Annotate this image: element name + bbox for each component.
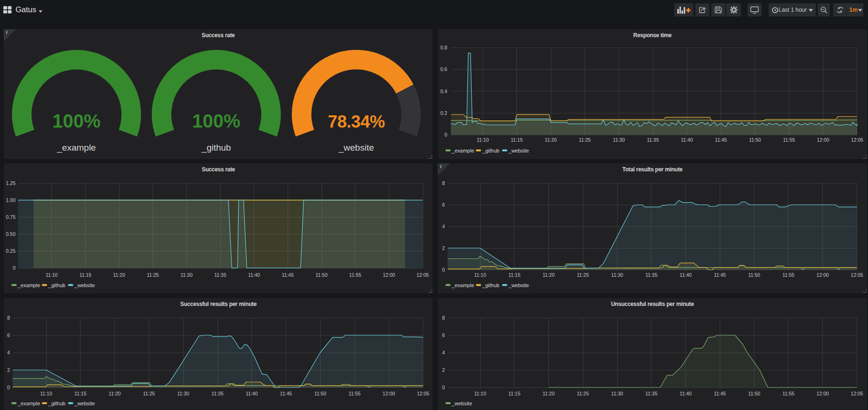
svg-text:0: 0 [442, 385, 445, 390]
svg-text:11:55: 11:55 [783, 137, 795, 143]
svg-text:11:45: 11:45 [714, 272, 726, 278]
svg-text:11:45: 11:45 [280, 391, 292, 396]
svg-text:11:50: 11:50 [315, 272, 328, 278]
svg-text:11:25: 11:25 [147, 272, 159, 278]
svg-text:11:35: 11:35 [645, 272, 658, 278]
svg-text:_github: _github [48, 282, 65, 288]
svg-text:100%: 100% [52, 111, 100, 131]
svg-text:11:10: 11:10 [46, 272, 58, 278]
svg-text:Total results per minute: Total results per minute [622, 166, 683, 173]
svg-text:_example: _example [17, 401, 40, 406]
svg-text:8: 8 [442, 180, 445, 186]
svg-text:11:15: 11:15 [508, 272, 521, 278]
svg-text:0.25: 0.25 [6, 248, 16, 254]
svg-text:1.00: 1.00 [6, 197, 16, 203]
svg-text:0.6: 0.6 [440, 66, 447, 72]
svg-text:11:25: 11:25 [577, 272, 589, 278]
svg-text:11:20: 11:20 [113, 272, 125, 278]
svg-text:0.4: 0.4 [440, 88, 447, 94]
svg-text:12:00: 12:00 [383, 391, 395, 396]
svg-text:11:50: 11:50 [314, 391, 327, 396]
svg-text:Success rate: Success rate [202, 166, 235, 173]
svg-text:0.2: 0.2 [440, 110, 447, 116]
svg-text:12:00: 12:00 [817, 391, 829, 396]
svg-text:11:10: 11:10 [40, 391, 52, 396]
svg-text:0.50: 0.50 [6, 231, 16, 237]
svg-text:11:40: 11:40 [680, 272, 692, 278]
svg-text:_website: _website [508, 282, 529, 288]
svg-text:11:40: 11:40 [246, 391, 258, 396]
svg-text:11:10: 11:10 [477, 137, 489, 143]
svg-text:11:35: 11:35 [645, 391, 658, 396]
svg-text:11:30: 11:30 [611, 391, 623, 396]
svg-text:11:40: 11:40 [248, 272, 260, 278]
svg-text:11:15: 11:15 [80, 272, 92, 278]
svg-text:11:55: 11:55 [782, 272, 795, 278]
svg-text:12:05: 12:05 [851, 391, 863, 396]
svg-text:0: 0 [7, 385, 10, 390]
svg-text:6: 6 [442, 332, 445, 338]
svg-text:Success rate: Success rate [201, 32, 235, 39]
svg-text:Response time: Response time [633, 32, 672, 39]
svg-text:11:50: 11:50 [749, 137, 761, 143]
svg-text:11:10: 11:10 [474, 391, 486, 396]
svg-text:_website: _website [451, 401, 472, 406]
svg-text:_example: _example [451, 282, 474, 288]
svg-text:12:00: 12:00 [817, 137, 829, 143]
svg-text:2: 2 [442, 245, 445, 251]
svg-text:0.8: 0.8 [440, 45, 447, 50]
svg-text:11:30: 11:30 [613, 137, 625, 143]
svg-text:11:20: 11:20 [109, 391, 121, 396]
svg-text:11:50: 11:50 [748, 272, 760, 278]
svg-text:0: 0 [13, 265, 16, 271]
svg-text:_github: _github [482, 148, 499, 153]
svg-text:_website: _website [74, 282, 95, 288]
svg-text:11:15: 11:15 [511, 137, 523, 143]
svg-text:11:20: 11:20 [543, 272, 555, 278]
svg-text:11:55: 11:55 [348, 391, 361, 396]
svg-text:12:00: 12:00 [383, 272, 395, 278]
svg-text:2: 2 [442, 367, 445, 373]
svg-text:4: 4 [442, 350, 445, 355]
svg-text:12:00: 12:00 [817, 272, 829, 278]
svg-text:_website: _website [338, 143, 374, 153]
svg-text:6: 6 [442, 202, 445, 208]
svg-text:11:25: 11:25 [579, 137, 591, 143]
svg-text:1.25: 1.25 [6, 180, 16, 186]
svg-text:6: 6 [7, 332, 10, 338]
svg-text:_example: _example [17, 282, 40, 288]
svg-text:_github: _github [48, 401, 65, 406]
svg-text:11:25: 11:25 [577, 391, 589, 396]
svg-text:11:20: 11:20 [545, 137, 557, 143]
svg-text:0.75: 0.75 [6, 214, 16, 220]
svg-text:11:10: 11:10 [474, 272, 486, 278]
svg-text:11:30: 11:30 [611, 272, 623, 278]
svg-text:_example: _example [451, 148, 474, 153]
svg-text:11:40: 11:40 [681, 137, 693, 143]
svg-text:11:20: 11:20 [543, 391, 555, 396]
svg-text:12:05: 12:05 [417, 272, 429, 278]
svg-text:11:15: 11:15 [74, 391, 87, 396]
svg-text:11:35: 11:35 [647, 137, 659, 143]
svg-text:11:55: 11:55 [349, 272, 362, 278]
svg-text:11:45: 11:45 [282, 272, 294, 278]
svg-text:11:40: 11:40 [680, 391, 692, 396]
svg-text:11:50: 11:50 [748, 391, 760, 396]
svg-text:78.34%: 78.34% [328, 112, 385, 131]
svg-text:0: 0 [444, 132, 447, 137]
svg-text:11:25: 11:25 [143, 391, 155, 396]
svg-text:100%: 100% [192, 111, 240, 131]
svg-text:_website: _website [508, 148, 529, 153]
svg-text:4: 4 [442, 224, 445, 229]
svg-text:0: 0 [442, 267, 445, 273]
svg-text:11:35: 11:35 [211, 391, 224, 396]
svg-text:11:45: 11:45 [714, 391, 726, 396]
svg-text:_example: _example [56, 143, 96, 153]
svg-text:11:30: 11:30 [177, 391, 189, 396]
svg-text:11:30: 11:30 [181, 272, 193, 278]
svg-text:_github: _github [482, 282, 499, 288]
svg-text:12:05: 12:05 [417, 391, 429, 396]
svg-text:4: 4 [7, 350, 10, 355]
svg-text:8: 8 [7, 315, 10, 321]
svg-text:12:05: 12:05 [851, 272, 863, 278]
